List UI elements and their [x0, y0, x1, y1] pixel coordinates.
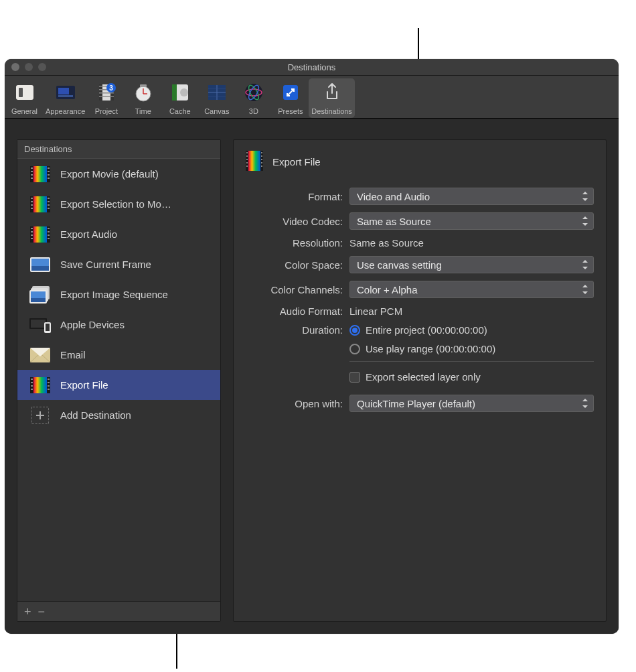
callout-line-top [418, 28, 419, 61]
svg-rect-62 [48, 231, 50, 232]
sidebar-item-export-selection[interactable]: Export Selection to Mo… [17, 189, 220, 219]
svg-rect-88 [48, 389, 50, 390]
colorspace-popup[interactable]: Use canvas setting [349, 256, 594, 273]
svg-rect-51 [48, 201, 50, 202]
openwith-popup[interactable]: QuickTime Player (default) [349, 395, 594, 412]
toolbar-project[interactable]: 3 Project [88, 78, 125, 118]
svg-rect-85 [48, 379, 50, 380]
toolbar-label: Destinations [311, 107, 352, 115]
minimize-button[interactable] [25, 63, 33, 71]
format-popup[interactable]: Video and Audio [349, 188, 594, 205]
channels-label: Color Channels: [246, 284, 349, 295]
sidebar-item-email[interactable]: Email [17, 340, 220, 370]
svg-rect-15 [140, 84, 147, 87]
svg-rect-19 [172, 84, 177, 100]
share-icon [319, 80, 345, 105]
svg-rect-76 [46, 324, 50, 331]
toolbar-label: Cache [169, 107, 191, 115]
svg-rect-1 [19, 88, 23, 97]
resolution-label: Resolution: [246, 237, 349, 249]
devices-icon [29, 316, 51, 334]
codec-label: Video Codec: [246, 216, 349, 227]
close-button[interactable] [11, 63, 19, 71]
svg-rect-35 [31, 167, 33, 169]
svg-rect-39 [48, 167, 50, 169]
svg-rect-57 [31, 228, 33, 229]
popup-arrows-icon [581, 399, 588, 408]
svg-rect-36 [31, 171, 33, 172]
svg-rect-84 [31, 389, 33, 390]
svg-rect-38 [31, 178, 33, 179]
add-button[interactable]: + [24, 606, 31, 618]
preferences-window: Destinations General Appearance 3 Projec… [5, 59, 619, 634]
svg-rect-37 [31, 174, 33, 176]
svg-rect-64 [48, 238, 50, 239]
popup-arrows-icon [581, 285, 588, 294]
svg-rect-74 [31, 320, 46, 328]
popup-arrows-icon [581, 192, 588, 201]
toolbar-destinations[interactable]: Destinations [309, 78, 355, 118]
email-icon [29, 346, 51, 364]
sidebar-item-label: Export Selection to Mo… [60, 198, 171, 210]
channels-popup[interactable]: Color + Alpha [349, 281, 594, 298]
project-icon: 3 [94, 80, 119, 105]
sidebar-item-export-file[interactable]: Export File [17, 370, 220, 400]
codec-popup[interactable]: Same as Source [349, 212, 594, 230]
remove-button[interactable]: − [38, 606, 46, 618]
body: Destinations Export Movie (default) Expo… [5, 126, 619, 634]
preferences-toolbar: General Appearance 3 Project Time Cache [5, 76, 619, 119]
svg-rect-63 [48, 234, 50, 236]
svg-rect-32 [33, 166, 47, 182]
toolbar-canvas[interactable]: Canvas [198, 78, 235, 118]
destinations-sidebar: Destinations Export Movie (default) Expo… [17, 139, 221, 622]
sidebar-item-label: Export Image Sequence [60, 289, 168, 300]
resolution-value: Same as Source [349, 237, 594, 249]
svg-rect-10 [99, 92, 114, 94]
toolbar-appearance[interactable]: Appearance [43, 78, 88, 118]
svg-rect-87 [48, 385, 50, 387]
toolbar-presets[interactable]: Presets [272, 78, 309, 118]
film-icon [246, 151, 263, 173]
sidebar-item-save-frame[interactable]: Save Current Frame [17, 249, 220, 279]
svg-rect-101 [261, 155, 262, 157]
zoom-button[interactable] [38, 63, 46, 71]
export-layer-label: Export selected layer only [366, 371, 481, 383]
svg-rect-42 [48, 178, 50, 179]
popup-arrows-icon [581, 260, 588, 269]
sidebar-footer: + − [17, 601, 220, 621]
svg-text:3: 3 [109, 84, 113, 92]
sidebar-item-apple-devices[interactable]: Apple Devices [17, 310, 220, 340]
sidebar-item-add-destination[interactable]: Add Destination [17, 400, 220, 430]
settings-panel: Export File Format: Video and Audio Vide… [233, 139, 607, 622]
svg-rect-47 [31, 201, 33, 202]
svg-rect-93 [246, 151, 248, 171]
film-icon [29, 165, 51, 183]
svg-rect-53 [48, 208, 50, 209]
sidebar-item-export-audio[interactable]: Export Audio [17, 219, 220, 249]
sidebar-item-image-sequence[interactable]: Export Image Sequence [17, 279, 220, 310]
toolbar-general[interactable]: General [6, 78, 43, 118]
svg-rect-52 [48, 204, 50, 206]
divider [349, 361, 594, 362]
export-layer-checkbox[interactable] [349, 372, 360, 383]
svg-rect-60 [31, 238, 33, 239]
svg-rect-0 [16, 85, 33, 100]
popup-arrows-icon [581, 216, 588, 226]
duration-radio-entire[interactable] [349, 325, 360, 336]
3d-icon [241, 80, 266, 105]
svg-rect-86 [48, 382, 50, 383]
svg-rect-50 [48, 198, 50, 199]
svg-rect-48 [31, 204, 33, 206]
sidebar-item-export-movie[interactable]: Export Movie (default) [17, 159, 220, 189]
svg-rect-4 [58, 95, 73, 97]
toolbar-time[interactable]: Time [125, 78, 161, 118]
toolbar-3d[interactable]: 3D [235, 78, 272, 118]
duration-radio-range[interactable] [349, 344, 360, 354]
window-controls [11, 63, 46, 71]
svg-rect-58 [31, 231, 33, 232]
film-icon [29, 226, 51, 243]
toolbar-cache[interactable]: Cache [161, 78, 198, 118]
duration-label: Duration: [246, 324, 349, 336]
film-icon [29, 377, 51, 394]
toolbar-label: Project [95, 107, 118, 115]
